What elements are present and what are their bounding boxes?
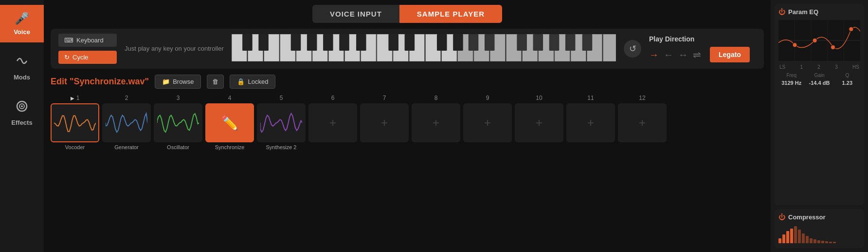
eq-labels: LS 1 2 3 HS bbox=[778, 64, 860, 70]
eq-label-hs: HS bbox=[852, 64, 859, 70]
slot-container-3: 3 Oscillator bbox=[154, 95, 202, 150]
add-icon: + bbox=[639, 116, 646, 130]
slot-container-8: 8+ bbox=[412, 95, 460, 144]
slot-container-5: 5 Synthesize 2 bbox=[257, 95, 306, 150]
eq-label-2: 2 bbox=[817, 64, 820, 70]
slot-box-4[interactable]: ✏️ bbox=[205, 103, 254, 142]
legato-button[interactable]: Legato bbox=[710, 47, 750, 62]
sidebar-item-effects-label: Effects bbox=[11, 119, 32, 126]
slot-label-5: Synthesize 2 bbox=[266, 144, 297, 150]
slot-num-11: 11 bbox=[587, 95, 594, 101]
sidebar-item-effects[interactable]: Effects bbox=[0, 93, 44, 133]
comp-bar-12 bbox=[825, 241, 828, 243]
eq-label-3: 3 bbox=[835, 64, 838, 70]
slot-label-2: Generator bbox=[114, 144, 139, 150]
slot-box-1[interactable] bbox=[51, 103, 99, 142]
slot-box-6[interactable]: + bbox=[308, 103, 357, 142]
sidebar-item-voice-label: Voice bbox=[14, 28, 30, 36]
forward-arrow[interactable]: → bbox=[649, 49, 659, 60]
sidebar-item-mods[interactable]: Mods bbox=[0, 47, 44, 88]
sidebar-item-voice[interactable]: 🎤 Voice bbox=[0, 5, 44, 42]
waveform-1 bbox=[106, 108, 147, 137]
slot-box-7[interactable]: + bbox=[360, 103, 409, 142]
comp-bar-5 bbox=[798, 230, 801, 243]
slot-box-9[interactable]: + bbox=[463, 103, 512, 142]
shuffle-icon[interactable]: ⇌ bbox=[693, 49, 701, 60]
eq-label-1: 1 bbox=[800, 64, 803, 70]
sample-slots: ▶ 1 Vocoder2 Generator3 Oscillator4✏️Syn… bbox=[51, 95, 764, 150]
waveform-2 bbox=[157, 108, 199, 137]
svg-point-53 bbox=[831, 45, 835, 49]
mods-icon bbox=[15, 54, 29, 71]
slot-container-1: ▶ 1 Vocoder bbox=[51, 95, 99, 150]
slot-box-3[interactable] bbox=[154, 103, 202, 142]
sample-title: Edit "Synchronize.wav" bbox=[51, 77, 149, 87]
slot-container-12: 12+ bbox=[618, 95, 667, 144]
compressor-bars bbox=[778, 224, 860, 243]
keyboard-controls: ⌨ Keyboard ↻ Cycle bbox=[58, 34, 117, 64]
comp-bar-11 bbox=[821, 241, 824, 243]
eq-panel-header: ⏻ Param EQ bbox=[778, 8, 860, 16]
comp-bar-4 bbox=[794, 226, 797, 243]
comp-bar-0 bbox=[778, 238, 781, 243]
slot-num-3: 3 bbox=[177, 95, 180, 101]
tab-bar: VOICE INPUT SAMPLE PLAYER bbox=[51, 5, 764, 23]
slot-num-10: 10 bbox=[536, 95, 542, 101]
lock-icon: 🔒 bbox=[237, 78, 245, 85]
tab-voice-input[interactable]: VOICE INPUT bbox=[312, 5, 399, 23]
comp-bar-3 bbox=[790, 229, 793, 243]
piano-keyboard[interactable] bbox=[232, 34, 616, 63]
freq-value: 3129 Hz bbox=[778, 80, 804, 86]
comp-bar-13 bbox=[829, 242, 832, 243]
svg-point-52 bbox=[813, 38, 817, 42]
slot-box-11[interactable]: + bbox=[566, 103, 615, 142]
svg-rect-39 bbox=[485, 34, 495, 51]
slot-num-7: 7 bbox=[383, 95, 386, 101]
comp-bar-10 bbox=[817, 240, 820, 243]
cycle-button[interactable]: ↻ Cycle bbox=[58, 51, 117, 64]
backward-arrow[interactable]: ← bbox=[664, 49, 673, 60]
svg-rect-29 bbox=[290, 34, 301, 51]
eq-params: Freq Gain Q 3129 Hz -14.4 dB 1.23 bbox=[778, 73, 860, 86]
gain-value: -14.4 dB bbox=[806, 80, 832, 86]
svg-rect-44 bbox=[582, 34, 592, 51]
eq-title: Param EQ bbox=[788, 8, 818, 16]
keyboard-section: ⌨ Keyboard ↻ Cycle Just play any key on … bbox=[51, 29, 764, 69]
cycle-label: Cycle bbox=[72, 54, 89, 61]
slot-play-icon: ▶ bbox=[71, 96, 74, 101]
slot-num-5: 5 bbox=[280, 95, 283, 101]
compressor-panel: ⏻ Compressor bbox=[775, 209, 864, 248]
tab-sample-player[interactable]: SAMPLE PLAYER bbox=[399, 5, 502, 23]
slot-container-10: 10+ bbox=[515, 95, 563, 144]
right-panel: ⏻ Param EQ LS 1 2 3 HS Freq bbox=[771, 0, 868, 252]
keyboard-button[interactable]: ⌨ Keyboard bbox=[58, 34, 117, 47]
compressor-power-icon[interactable]: ⏻ bbox=[778, 213, 785, 221]
locked-button[interactable]: 🔒 Locked bbox=[230, 75, 275, 89]
browse-button[interactable]: 📁 Browse bbox=[155, 75, 201, 89]
svg-rect-33 bbox=[356, 34, 366, 51]
slot-container-4: 4✏️Synchronize bbox=[205, 95, 254, 150]
svg-rect-28 bbox=[258, 34, 269, 51]
slot-box-2[interactable] bbox=[102, 103, 151, 142]
slot-box-10[interactable]: + bbox=[515, 103, 563, 142]
waveform-0 bbox=[54, 108, 96, 137]
eq-power-icon[interactable]: ⏻ bbox=[778, 8, 785, 16]
reset-button[interactable]: ↺ bbox=[624, 40, 641, 58]
slot-box-8[interactable]: + bbox=[412, 103, 460, 142]
slot-box-12[interactable]: + bbox=[618, 103, 667, 142]
slot-label-4: Synchronize bbox=[215, 144, 245, 150]
slot-box-5[interactable] bbox=[257, 103, 306, 142]
effects-icon bbox=[15, 99, 29, 116]
slot-label-3: Oscillator bbox=[167, 144, 189, 150]
q-value: 1.23 bbox=[834, 80, 860, 86]
comp-bar-14 bbox=[833, 242, 836, 243]
keyboard-label: Keyboard bbox=[76, 37, 104, 44]
bounce-arrow[interactable]: ↔ bbox=[678, 49, 688, 60]
add-icon: + bbox=[433, 116, 439, 130]
svg-rect-41 bbox=[533, 34, 543, 51]
keyboard-hint: Just play any key on your controller bbox=[125, 44, 224, 53]
slot-num-2: 2 bbox=[125, 95, 128, 101]
delete-button[interactable]: 🗑 bbox=[207, 75, 224, 89]
add-icon: + bbox=[484, 116, 491, 130]
direction-controls: → ← ↔ ⇌ Legato bbox=[649, 47, 750, 62]
